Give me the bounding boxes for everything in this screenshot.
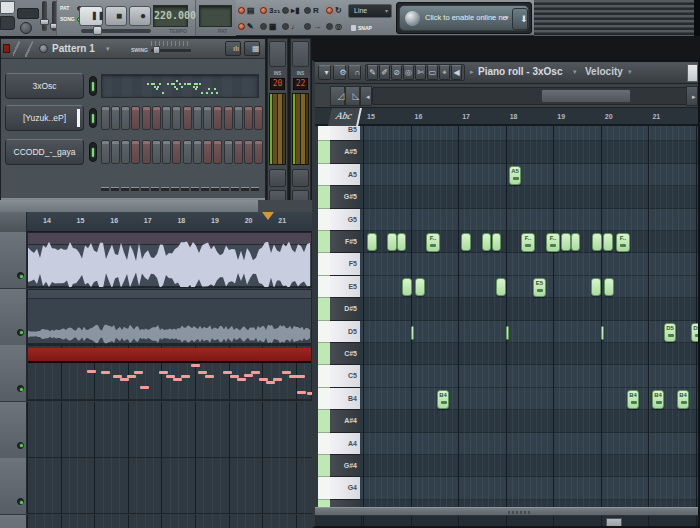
step-button[interactable] [193, 106, 202, 130]
midi-note-Fs5[interactable]: F.. [521, 233, 535, 252]
step-button[interactable] [254, 106, 263, 130]
step-button[interactable] [131, 106, 140, 130]
scroll-right-button[interactable]: ▸ [686, 86, 698, 106]
piano-key-A5[interactable]: A5 [330, 164, 360, 186]
midi-note-D5[interactable]: D5 [691, 323, 698, 342]
mini-key[interactable] [318, 231, 330, 253]
step-button[interactable] [254, 140, 263, 164]
midi-note-D5[interactable] [506, 326, 509, 340]
note-grid[interactable]: A5F..F..F..F..E5D5D5B4B4B4B4B4 [360, 126, 698, 507]
track-header[interactable] [0, 232, 27, 288]
countdown-toggle[interactable]: 3₂₁ [260, 3, 282, 19]
mini-key[interactable] [318, 164, 330, 186]
track-header[interactable] [0, 402, 27, 458]
step-button[interactable] [101, 140, 110, 164]
step-button[interactable] [131, 140, 140, 164]
mini-key[interactable] [318, 343, 330, 365]
pat-mode-row[interactable]: PAT [60, 5, 80, 14]
slide-toggle[interactable]: → [304, 19, 326, 35]
step-button[interactable] [111, 106, 120, 130]
chevron-down-icon[interactable]: ▾ [573, 68, 577, 76]
midi-note-Fs5[interactable] [367, 233, 377, 251]
step-button[interactable] [152, 106, 161, 130]
channel-preview-panel[interactable] [101, 74, 259, 98]
song-mode-row[interactable]: SONG [60, 16, 80, 25]
typing-keyboard-toggle[interactable]: ▤ [238, 3, 260, 19]
step-button[interactable] [142, 140, 151, 164]
draw-toggle[interactable]: ✎ [238, 19, 260, 35]
panel-grip-icon[interactable] [508, 511, 530, 514]
mini-key[interactable] [318, 253, 330, 275]
graph-dash[interactable] [201, 187, 209, 191]
step-button[interactable] [213, 140, 222, 164]
mini-keyboard-strip[interactable] [318, 126, 330, 507]
swing-slider[interactable] [151, 49, 191, 52]
shuffle-slider[interactable] [81, 29, 151, 33]
step-button[interactable] [203, 140, 212, 164]
midi-note-B4[interactable]: B4 [627, 390, 639, 409]
midi-note-Fs5[interactable] [397, 233, 406, 251]
bottom-scrollbar[interactable] [315, 507, 698, 516]
graph-mode-button[interactable]: ılı [225, 41, 241, 56]
step-button[interactable] [162, 140, 171, 164]
channel-led[interactable] [89, 142, 97, 162]
track-header[interactable] [0, 345, 27, 401]
piano-key-Ds5[interactable]: D#5 [330, 298, 360, 320]
step-button[interactable] [121, 106, 130, 130]
step-button[interactable] [244, 106, 253, 130]
midi-note-Fs5[interactable] [561, 233, 571, 251]
midi-note-B4[interactable]: B4 [652, 390, 664, 409]
detach-window-button[interactable] [687, 64, 698, 82]
channel-rack-titlebar[interactable]: Pattern 1 ▾ SWING ılı ▦ [1, 39, 265, 59]
piano-key-B5[interactable]: B5 [330, 126, 360, 141]
mini-key[interactable] [318, 141, 330, 163]
pattern-clip[interactable] [27, 345, 312, 400]
step-button[interactable] [111, 140, 120, 164]
step-button[interactable] [121, 140, 130, 164]
track-grid[interactable] [27, 458, 312, 514]
track-header[interactable] [0, 515, 27, 528]
chevron-down-icon[interactable]: ▾ [628, 68, 632, 76]
piano-key-G5[interactable]: G5 [330, 209, 360, 231]
step-button[interactable] [172, 106, 181, 130]
step-button[interactable] [162, 106, 171, 130]
step-button[interactable] [183, 140, 192, 164]
step-button[interactable] [224, 140, 233, 164]
download-news-button[interactable]: ⬇ [512, 8, 528, 30]
midi-note-D5[interactable] [411, 326, 414, 340]
scrollbar-handle[interactable] [541, 89, 631, 103]
piano-key-Fs4[interactable]: F#4 [330, 500, 360, 507]
snap-select[interactable]: Line ▾ [348, 4, 392, 18]
step-button[interactable] [203, 106, 212, 130]
graph-dash[interactable] [221, 187, 229, 191]
scroll-left-button[interactable]: ◂ [360, 86, 372, 106]
pause-button[interactable]: ❚❚ [79, 6, 103, 26]
channel-button[interactable]: 3xOsc [5, 73, 84, 99]
lamp-toggle[interactable]: ◎ [326, 19, 348, 35]
step-button[interactable] [224, 106, 233, 130]
midi-note-Fs5[interactable] [461, 233, 471, 251]
piano-key-Fs5[interactable]: F#5 [330, 231, 360, 253]
chevron-down-icon[interactable]: ▾ [505, 14, 509, 22]
track-enable-led[interactable] [17, 498, 24, 505]
keyboard-mode-button[interactable]: ▦ [244, 41, 260, 56]
graph-dash[interactable] [231, 187, 239, 191]
tool-button-2[interactable]: ⊘ [391, 65, 402, 80]
velocity-lane[interactable] [315, 516, 698, 528]
step-button[interactable] [244, 140, 253, 164]
midi-note-D5[interactable]: D5 [664, 323, 676, 342]
audio-clip-large[interactable] [27, 232, 312, 287]
mini-key[interactable] [318, 433, 330, 455]
graph-dash[interactable] [141, 187, 149, 191]
piano-key-D5[interactable]: D5 [330, 321, 360, 343]
tool-button-3[interactable]: ◎ [403, 65, 414, 80]
piano-key-F5[interactable]: F5 [330, 253, 360, 275]
mini-key[interactable] [318, 365, 330, 387]
piano-key-Cs5[interactable]: C#5 [330, 343, 360, 365]
loop-record-toggle[interactable]: ↻ [326, 3, 348, 19]
playhead-marker[interactable] [262, 212, 274, 220]
track-grid[interactable] [27, 515, 312, 528]
track-enable-led[interactable] [17, 272, 24, 279]
track-header[interactable] [0, 458, 27, 514]
graph-dash[interactable] [161, 187, 169, 191]
